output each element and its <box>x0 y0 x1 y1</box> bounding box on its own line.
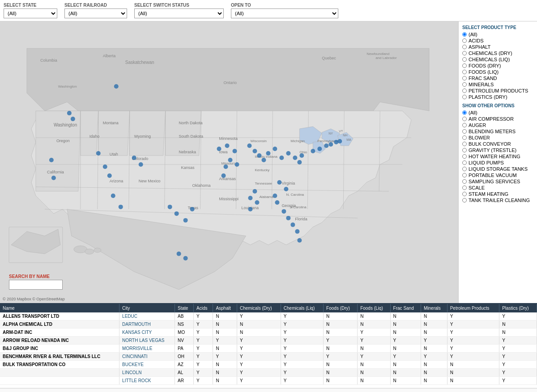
product-type-radio-9[interactable] <box>462 89 467 93</box>
other-option-radio-4[interactable] <box>462 135 467 140</box>
product-type-item-2[interactable]: ASPHALT <box>462 44 533 50</box>
other-option-radio-9[interactable] <box>462 167 467 171</box>
other-option-radio-11[interactable] <box>462 179 467 184</box>
table-cell: Y <box>281 329 323 337</box>
other-option-item-9[interactable]: LIQUID STORAGE TANKS <box>462 166 533 172</box>
table-cell: N <box>447 369 499 377</box>
table-cell: N <box>421 320 447 329</box>
table-cell: N <box>421 369 447 377</box>
product-type-radio-7[interactable] <box>462 76 467 80</box>
other-option-label-2: AUGER <box>469 122 486 128</box>
table-row[interactable]: ARROW RELOAD NEVADA INCNORTH LAS VEGASNV… <box>0 337 537 345</box>
state-select[interactable]: (All) <box>4 8 57 18</box>
other-option-radio-6[interactable] <box>462 148 467 152</box>
table-row[interactable]: ALLENS TRANSPORT LTDLEDUCABYNYYNNNNYY <box>0 312 537 320</box>
svg-point-66 <box>67 111 72 115</box>
other-option-radio-14[interactable] <box>462 198 467 202</box>
table-cell: Y <box>281 353 323 361</box>
other-option-radio-12[interactable] <box>462 185 467 190</box>
other-option-item-5[interactable]: BULK CONVEYOR <box>462 141 533 147</box>
table-cell: N <box>324 312 358 320</box>
product-type-radio-1[interactable] <box>462 38 467 43</box>
table-cell: N <box>324 345 358 353</box>
svg-text:Oregon: Oregon <box>56 139 70 143</box>
open-to-select[interactable]: (All) <box>231 8 338 18</box>
table-cell: Y <box>447 329 499 337</box>
other-option-radio-1[interactable] <box>462 117 467 121</box>
table-row[interactable]: LINCOLNALYNYYNNNNNY <box>0 369 537 377</box>
product-type-item-0[interactable]: (All) <box>462 32 533 37</box>
other-option-radio-0[interactable] <box>462 110 467 115</box>
table-cell: Y <box>358 329 390 337</box>
table-cell: Y <box>194 377 213 385</box>
other-option-radio-7[interactable] <box>462 154 467 159</box>
table-cell: N <box>237 320 281 329</box>
product-type-item-5[interactable]: FOODS (DRY) <box>462 63 533 68</box>
product-type-radio-10[interactable] <box>462 95 467 99</box>
product-type-options: (All)ACIDSASPHALTCHEMICALS (DRY)CHEMICAL… <box>462 32 533 100</box>
product-type-item-1[interactable]: ACIDS <box>462 38 533 43</box>
svg-point-110 <box>290 223 295 227</box>
svg-point-87 <box>247 143 251 148</box>
product-type-item-10[interactable]: PLASTICS (DRY) <box>462 94 533 100</box>
other-option-item-13[interactable]: STEAM HEATING <box>462 191 533 197</box>
table-cell: N <box>324 361 358 369</box>
svg-point-99 <box>317 147 322 151</box>
switch-filter-label: SELECT SWITCH STATUS <box>134 3 224 8</box>
product-type-radio-8[interactable] <box>462 82 467 87</box>
svg-point-75 <box>132 156 136 160</box>
other-option-item-12[interactable]: SCALE <box>462 185 533 190</box>
product-type-radio-4[interactable] <box>462 57 467 62</box>
table-cell: PA <box>175 345 194 353</box>
table-cell: MO <box>175 329 194 337</box>
other-option-item-1[interactable]: AIR COMPRESSOR <box>462 116 533 122</box>
table-row[interactable]: ALPHA CHEMICAL LTDDARTMOUTHNSYNNYNNNNYN <box>0 320 537 329</box>
railroad-select[interactable]: (All) <box>64 8 127 18</box>
product-type-item-7[interactable]: FRAC SAND <box>462 76 533 81</box>
product-type-item-4[interactable]: CHEMICALS (LIQ) <box>462 57 533 62</box>
product-type-radio-3[interactable] <box>462 51 467 55</box>
product-type-radio-5[interactable] <box>462 63 467 68</box>
other-option-item-3[interactable]: BLENDING METERS <box>462 129 533 134</box>
table-cell: N <box>390 361 421 369</box>
svg-text:North Dakota: North Dakota <box>179 121 203 125</box>
svg-text:Saskatchewan: Saskatchewan <box>125 60 154 65</box>
other-option-radio-5[interactable] <box>462 142 467 146</box>
other-option-radio-13[interactable] <box>462 192 467 196</box>
other-option-item-2[interactable]: AUGER <box>462 122 533 128</box>
other-option-item-11[interactable]: SAMPLING SERVICES <box>462 179 533 184</box>
svg-text:Oklahoma: Oklahoma <box>192 183 211 188</box>
product-type-item-8[interactable]: MINERALS <box>462 82 533 87</box>
search-input[interactable] <box>9 280 63 290</box>
other-option-radio-2[interactable] <box>462 123 467 127</box>
switch-select[interactable]: (All) <box>134 8 224 18</box>
table-cell: Y <box>499 312 537 320</box>
other-option-item-10[interactable]: PORTABLE VACUUM <box>462 173 533 178</box>
other-option-item-8[interactable]: LIQUID PUMPS <box>462 160 533 165</box>
table-cell: N <box>421 329 447 337</box>
table-cell: Y <box>194 320 213 329</box>
other-option-item-4[interactable]: BLOWER <box>462 135 533 140</box>
svg-point-86 <box>234 162 239 167</box>
product-type-radio-0[interactable] <box>462 32 467 37</box>
other-option-radio-10[interactable] <box>462 173 467 177</box>
table-row[interactable]: LITTLE ROCKARYNYYNNNNNY <box>0 377 537 385</box>
table-row[interactable]: ARM-DAT INCKANSAS CITYMOYNNYNYNNYN <box>0 329 537 337</box>
table-cell: LINCOLN <box>119 369 175 377</box>
product-type-item-3[interactable]: CHEMICALS (DRY) <box>462 51 533 56</box>
product-type-item-9[interactable]: PETROLEUM PRODUCTS <box>462 88 533 93</box>
col-city: City <box>119 304 175 312</box>
table-row[interactable]: BULK TRANSPORTATION COBUCKEYEAZYNYYNNNNN… <box>0 361 537 369</box>
product-type-radio-2[interactable] <box>462 45 467 49</box>
other-option-radio-8[interactable] <box>462 160 467 165</box>
table-row[interactable]: B&J GROUP INCMORRISVILLEPAYNYYNNNNYY <box>0 345 537 353</box>
other-option-item-0[interactable]: (All) <box>462 110 533 115</box>
other-option-item-7[interactable]: HOT WATER HEATING <box>462 154 533 159</box>
other-option-item-14[interactable]: TANK TRAILER CLEANING <box>462 198 533 203</box>
other-option-item-6[interactable]: GRAVITY (TRESTLE) <box>462 148 533 153</box>
table-row[interactable]: BENCHMARK RIVER & RAIL TERMINALS LLCCINC… <box>0 353 537 361</box>
other-option-radio-3[interactable] <box>462 129 467 134</box>
product-type-item-6[interactable]: FOODS (LIQ) <box>462 69 533 75</box>
product-type-label-3: CHEMICALS (DRY) <box>469 51 512 56</box>
product-type-radio-6[interactable] <box>462 70 467 74</box>
